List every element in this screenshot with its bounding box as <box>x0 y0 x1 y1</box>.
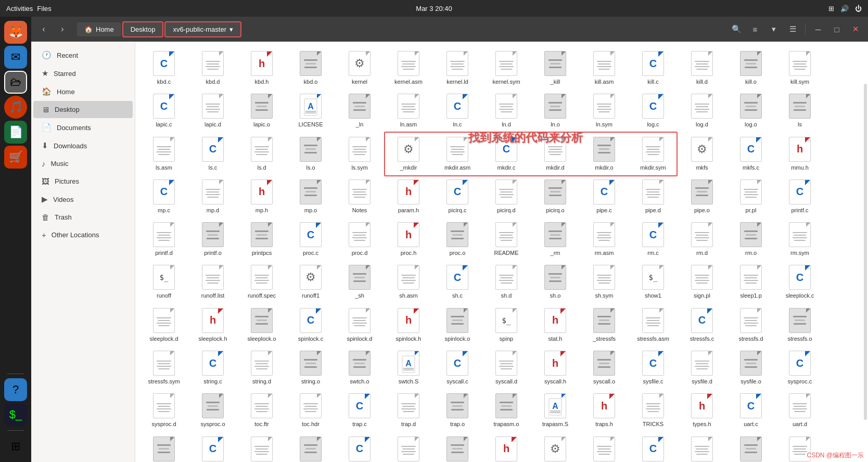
file-item[interactable]: Crm.c <box>631 219 675 260</box>
desktop-breadcrumb[interactable]: Desktop <box>122 21 164 37</box>
file-item[interactable]: Ckbd.c <box>142 48 186 88</box>
files-menu[interactable]: Files <box>37 5 51 12</box>
file-item[interactable]: printf.d <box>142 219 186 260</box>
file-item[interactable]: Csleeplock.c <box>777 262 822 302</box>
home-breadcrumb[interactable]: 🏠 Home <box>77 22 121 36</box>
view-toggle-button[interactable]: ≡ <box>747 21 763 37</box>
network-icon[interactable]: ⊞ <box>828 5 834 12</box>
file-item[interactable]: stressfs.o <box>777 305 822 345</box>
file-item[interactable]: umalloc.o <box>435 433 480 462</box>
file-item[interactable]: ln.sym <box>582 91 627 131</box>
file-item[interactable]: rm.d <box>680 219 724 260</box>
file-item[interactable]: rm.asm <box>582 219 627 260</box>
sidebar-item-home[interactable]: 🏠 Home <box>33 83 133 100</box>
sidebar-item-music[interactable]: ♪ Music <box>33 155 133 172</box>
file-item[interactable]: runoff.spec <box>239 262 284 302</box>
file-item[interactable]: trap.d <box>386 390 431 431</box>
file-item[interactable]: kbd.d <box>190 48 235 88</box>
file-item[interactable]: spinlock.d <box>337 305 382 345</box>
file-item[interactable]: sign.pl <box>680 262 724 302</box>
file-item[interactable]: ls.o <box>288 134 333 174</box>
dock-email[interactable]: ✉ <box>4 46 27 69</box>
file-item[interactable]: $_show1 <box>631 262 675 302</box>
file-item[interactable]: ⚙mkfs <box>680 134 724 174</box>
file-item[interactable]: printpcs <box>239 219 284 260</box>
file-item[interactable]: Cproc.c <box>288 219 333 260</box>
file-item[interactable]: stressfs.asm <box>631 305 675 345</box>
file-item[interactable]: _kill <box>533 48 578 88</box>
file-item[interactable]: ⚙_mkdir <box>386 134 431 174</box>
file-item[interactable]: ⚙_usertests <box>533 433 578 462</box>
sidebar-item-starred[interactable]: ★ Starred <box>33 65 133 82</box>
file-item[interactable]: Csysfile.c <box>631 348 675 388</box>
file-item[interactable]: Cusertests.c <box>631 433 675 462</box>
file-item[interactable]: Cstring.c <box>190 348 235 388</box>
file-item[interactable]: ulib.o <box>288 433 333 462</box>
search-button[interactable]: 🔍 <box>728 21 745 37</box>
file-item[interactable]: Aswtch.S <box>386 348 431 388</box>
file-item[interactable]: TRICKS <box>631 390 675 431</box>
file-item[interactable]: sh.d <box>484 262 529 302</box>
file-item[interactable]: ulib.d <box>239 433 284 462</box>
file-item[interactable]: usertests.asm <box>582 433 627 462</box>
file-item[interactable]: kernel.sym <box>484 48 529 88</box>
file-item[interactable]: sh.sym <box>582 262 627 302</box>
file-item[interactable]: pipe.o <box>680 176 724 217</box>
file-item[interactable]: hkbd.h <box>239 48 284 88</box>
file-item[interactable]: rm.sym <box>777 219 822 260</box>
file-item[interactable]: lapic.d <box>190 91 235 131</box>
file-item[interactable]: sysproc.o <box>190 390 235 431</box>
file-item[interactable]: $_runoff <box>142 262 186 302</box>
file-item[interactable]: ls.d <box>239 134 284 174</box>
file-item[interactable]: htypes.h <box>680 390 724 431</box>
file-item[interactable]: mkdir.asm <box>435 134 480 174</box>
file-item[interactable]: mkdir.sym <box>631 134 675 174</box>
file-item[interactable]: ⚙kernel <box>337 48 382 88</box>
file-item[interactable]: Notes <box>337 176 382 217</box>
file-item[interactable]: hmmu.h <box>777 134 822 174</box>
file-item[interactable]: _ln <box>337 91 382 131</box>
file-item[interactable]: Clapic.c <box>142 91 186 131</box>
file-item[interactable]: kernel.ld <box>435 48 480 88</box>
file-item[interactable]: hparam.h <box>386 176 431 217</box>
file-item[interactable]: usertests.d <box>680 433 724 462</box>
file-item[interactable]: kill.sym <box>777 48 822 88</box>
file-item[interactable]: Culib.c <box>190 433 235 462</box>
file-item[interactable]: syscall.d <box>484 348 529 388</box>
file-item[interactable]: Clog.c <box>631 91 675 131</box>
file-item[interactable]: Cmkfs.c <box>729 134 773 174</box>
file-item[interactable]: hproc.h <box>386 219 431 260</box>
file-item[interactable]: Ckill.c <box>631 48 675 88</box>
file-item[interactable]: proc.d <box>337 219 382 260</box>
file-item[interactable]: syscall.o <box>582 348 627 388</box>
file-item[interactable]: string.o <box>288 348 333 388</box>
file-item[interactable]: sleeplock.o <box>239 305 284 345</box>
sidebar-item-trash[interactable]: 🗑 Trash <box>33 209 133 226</box>
file-item[interactable]: proc.o <box>435 219 480 260</box>
file-item[interactable]: Cspinlock.c <box>288 305 333 345</box>
file-item[interactable]: Cln.c <box>435 91 480 131</box>
file-item[interactable]: ls <box>777 91 822 131</box>
file-item[interactable]: kill.asm <box>582 48 627 88</box>
file-item[interactable]: stressfs.d <box>729 305 773 345</box>
file-item[interactable]: ln.d <box>484 91 529 131</box>
file-item[interactable]: ls.sym <box>337 134 382 174</box>
file-item[interactable]: mp.d <box>190 176 235 217</box>
file-item[interactable]: string.d <box>239 348 284 388</box>
file-item[interactable]: log.d <box>680 91 724 131</box>
file-item[interactable]: sysproc.d <box>142 390 186 431</box>
activities-label[interactable]: Activities <box>6 5 33 12</box>
file-item[interactable]: trapasm.o <box>484 390 529 431</box>
back-button[interactable]: ‹ <box>35 21 52 37</box>
file-item[interactable]: umalloc.d <box>386 433 431 462</box>
file-item[interactable]: uart.d <box>777 390 822 431</box>
dock-ardour[interactable]: 🎵 <box>4 96 27 119</box>
sidebar-item-videos[interactable]: ▶ Videos <box>33 190 133 208</box>
file-item[interactable]: pr.pl <box>729 176 773 217</box>
file-item[interactable]: sysfile.d <box>680 348 724 388</box>
maximize-button[interactable]: □ <box>828 21 845 37</box>
folder-breadcrumb[interactable]: xv6-public-master ▾ <box>164 21 241 37</box>
file-item[interactable]: ls.asm <box>142 134 186 174</box>
file-item[interactable]: Ctrap.c <box>337 390 382 431</box>
file-item[interactable]: Cmp.c <box>142 176 186 217</box>
